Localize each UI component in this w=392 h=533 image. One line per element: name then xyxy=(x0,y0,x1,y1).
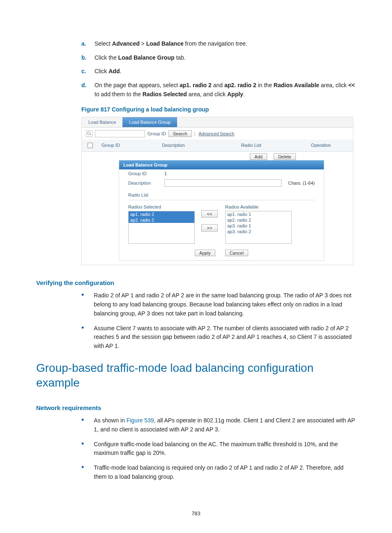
page-number: 783 xyxy=(0,510,392,517)
step-text: Click Add. xyxy=(95,67,121,76)
step-a: a. Select Advanced > Load Balance from t… xyxy=(81,39,356,49)
radios-selected-label: Radios Selected xyxy=(128,204,194,209)
bullet-text: As shown in Figure 539, all APs operate … xyxy=(94,416,356,434)
step-d: d. On the page that appears, select ap1.… xyxy=(81,81,356,99)
step-text: Select Advanced > Load Balance from the … xyxy=(95,39,247,49)
bullet-text: Configure traffic-mode load balancing on… xyxy=(94,440,356,458)
bullet-item: • As shown in Figure 539, all APs operat… xyxy=(81,416,356,434)
radios-selected-listbox[interactable]: ap1. radio 2 ap2. radio 2 xyxy=(128,211,195,244)
form-panel: Load Balance Group Group ID 1 Descriptio… xyxy=(119,160,324,261)
bullet-dot: • xyxy=(81,463,84,481)
grid-action-row: Add Delete xyxy=(193,152,353,160)
step-text: On the page that appears, select ap1. ra… xyxy=(95,81,356,99)
add-button[interactable]: Add xyxy=(250,153,267,160)
panel-title: Load Balance Group xyxy=(119,160,324,169)
list-item[interactable]: ap2. radio 2 xyxy=(129,217,194,223)
row-description: Description Chars. (1-64) xyxy=(119,178,324,188)
description-input[interactable] xyxy=(164,179,281,187)
verify-heading: Verifying the configuration xyxy=(36,279,356,286)
col-radio-list[interactable]: Radio List xyxy=(213,140,289,151)
search-row: Group ID Search | Advanced Search xyxy=(82,127,353,140)
step-c: c. Click Add. xyxy=(81,67,356,76)
radio-list-label: Radio List xyxy=(119,188,324,199)
panel-actions: Apply Cancel xyxy=(119,249,324,260)
verify-bullets: • Radio 2 of AP 1 and radio 2 of AP 2 ar… xyxy=(81,291,356,350)
netreq-heading: Network requirements xyxy=(36,404,356,411)
bullet-item: • Assume Client 7 wants to associate wit… xyxy=(81,324,356,351)
step-letter: b. xyxy=(81,53,89,63)
bullet-dot: • xyxy=(81,416,84,434)
apply-button[interactable]: Apply xyxy=(195,250,215,256)
netreq-bullets: • As shown in Figure 539, all APs operat… xyxy=(81,416,356,481)
advanced-search-link[interactable]: Advanced Search xyxy=(198,131,234,136)
divider xyxy=(128,200,315,200)
bullet-item: • Radio 2 of AP 1 and radio 2 of AP 2 ar… xyxy=(81,291,356,318)
bullet-text: Traffic-mode load balancing is required … xyxy=(94,463,356,481)
shuttle-buttons: << >> xyxy=(201,210,218,232)
group-id-value: 1 xyxy=(164,171,167,176)
radios-available-label: Radios Available xyxy=(225,204,291,209)
bullet-dot: • xyxy=(81,291,84,318)
bullet-text: Assume Client 7 wants to associate with … xyxy=(94,324,356,351)
list-item[interactable]: ap3. radio 2 xyxy=(226,229,291,234)
section-heading: Group-based traffic-mode load balancing … xyxy=(36,361,356,391)
select-all-checkbox[interactable] xyxy=(88,143,93,148)
step-text: Click the Load Balance Group tab. xyxy=(95,53,186,63)
radios-available-listbox[interactable]: ap1. radio 1 ap2. radio 2 ap3. radio 1 a… xyxy=(225,211,292,244)
step-letter: a. xyxy=(81,39,89,49)
col-description[interactable]: Description xyxy=(134,140,213,151)
tab-load-balance-group[interactable]: Load Balance Group xyxy=(122,117,177,127)
dual-list: Radios Selected ap1. radio 2 ap2. radio … xyxy=(119,204,324,249)
chars-hint: Chars. (1-64) xyxy=(288,181,315,185)
cancel-button[interactable]: Cancel xyxy=(225,250,248,256)
grid-header: Group ID Description Radio List Operatio… xyxy=(82,140,353,152)
move-left-button[interactable]: << xyxy=(201,210,218,218)
col-group-id[interactable]: Group ID xyxy=(98,140,134,151)
search-button[interactable]: Search xyxy=(168,130,192,137)
move-right-button[interactable]: >> xyxy=(201,224,218,232)
tab-load-balance[interactable]: Load Balance xyxy=(82,117,122,127)
list-item[interactable]: ap2. radio 2 xyxy=(226,217,291,223)
delete-button[interactable]: Delete xyxy=(274,153,296,160)
search-input[interactable] xyxy=(95,130,145,137)
col-operation[interactable]: Operation xyxy=(289,140,353,151)
step-b: b. Click the Load Balance Group tab. xyxy=(81,53,356,63)
ordered-steps: a. Select Advanced > Load Balance from t… xyxy=(81,39,356,99)
figure-caption: Figure 817 Configuring a load balancing … xyxy=(81,106,356,113)
bullet-dot: • xyxy=(81,440,84,458)
list-item[interactable]: ap3. radio 1 xyxy=(226,223,291,229)
list-item[interactable]: ap1. radio 2 xyxy=(129,211,194,217)
bullet-item: • Traffic-mode load balancing is require… xyxy=(81,463,356,481)
step-letter: c. xyxy=(81,67,89,76)
tab-bar: Load Balance Load Balance Group xyxy=(82,117,353,127)
embedded-ui: Load Balance Load Balance Group Group ID… xyxy=(81,117,353,265)
list-item[interactable]: ap1. radio 1 xyxy=(226,211,291,217)
description-label: Description xyxy=(128,181,161,185)
row-group-id: Group ID 1 xyxy=(119,169,324,178)
search-field-label: Group ID xyxy=(148,131,166,136)
step-letter: d. xyxy=(81,81,89,99)
bullet-dot: • xyxy=(81,324,84,351)
group-id-label: Group ID xyxy=(128,171,161,176)
bullet-item: • Configure traffic-mode load balancing … xyxy=(81,440,356,458)
search-icon xyxy=(86,130,92,137)
bullet-text: Radio 2 of AP 1 and radio 2 of AP 2 are … xyxy=(94,291,356,318)
